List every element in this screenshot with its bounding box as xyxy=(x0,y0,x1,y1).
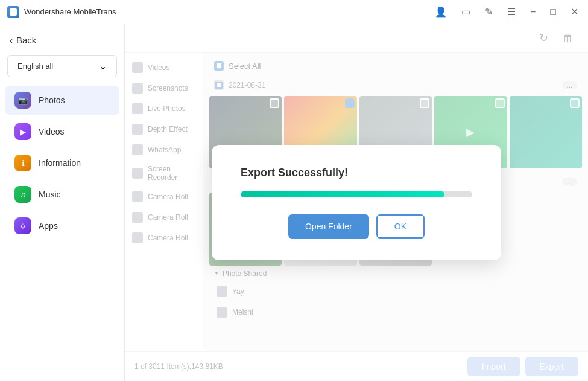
music-icon: ♫ xyxy=(14,186,31,203)
modal-title: Export Successfully! xyxy=(241,167,472,179)
progress-bar-container xyxy=(241,191,472,197)
sidebar-item-apps[interactable]: ⛭ Apps xyxy=(5,211,119,240)
export-success-modal: Export Successfully! Open Folder OK xyxy=(212,145,501,260)
progress-bar-fill xyxy=(241,191,444,197)
sidebar-item-photos[interactable]: 📷 Photos xyxy=(5,86,119,115)
language-dropdown[interactable]: English all ⌄ xyxy=(7,55,117,77)
minimize-button[interactable]: − xyxy=(528,4,538,20)
back-arrow-icon: ‹ xyxy=(10,35,13,45)
apps-icon: ⛭ xyxy=(14,217,31,234)
open-folder-button[interactable]: Open Folder xyxy=(288,214,369,239)
modal-buttons: Open Folder OK xyxy=(241,214,472,239)
menu-button[interactable]: ☰ xyxy=(505,4,518,20)
back-label: Back xyxy=(16,35,36,45)
chevron-down-icon: ⌄ xyxy=(99,60,107,72)
edit-button[interactable]: ✎ xyxy=(482,4,495,20)
title-bar: Wondershare MobileTrans 👤 ▭ ✎ ☰ − □ ✕ xyxy=(0,0,588,24)
ok-button[interactable]: OK xyxy=(376,214,425,239)
modal-overlay: Export Successfully! Open Folder OK xyxy=(125,24,588,381)
back-button[interactable]: ‹ Back xyxy=(0,30,124,50)
content-area: ↻ 🗑 Videos Screenshots Live Photos xyxy=(125,24,588,381)
title-bar-left: Wondershare MobileTrans xyxy=(7,6,116,18)
information-icon: ℹ xyxy=(14,155,31,171)
videos-label: Videos xyxy=(39,127,65,136)
information-label: Information xyxy=(39,158,81,168)
close-button[interactable]: ✕ xyxy=(568,4,581,20)
account-button[interactable]: 👤 xyxy=(432,4,449,20)
app-icon xyxy=(7,6,19,18)
sidebar-item-information[interactable]: ℹ Information xyxy=(5,149,119,178)
sidebar-item-videos[interactable]: ▶ Videos xyxy=(5,117,119,146)
bookmark-button[interactable]: ▭ xyxy=(459,4,473,20)
sidebar-item-music[interactable]: ♫ Music xyxy=(5,180,119,209)
dropdown-label: English all xyxy=(17,62,53,71)
apps-label: Apps xyxy=(39,221,58,231)
app-title: Wondershare MobileTrans xyxy=(24,7,116,16)
maximize-button[interactable]: □ xyxy=(548,4,558,20)
title-bar-right: 👤 ▭ ✎ ☰ − □ ✕ xyxy=(432,4,581,20)
sidebar: ‹ Back English all ⌄ 📷 Photos ▶ Videos ℹ… xyxy=(0,24,125,381)
videos-icon: ▶ xyxy=(14,123,31,140)
photos-icon: 📷 xyxy=(14,92,31,109)
main-layout: ‹ Back English all ⌄ 📷 Photos ▶ Videos ℹ… xyxy=(0,24,588,381)
photos-label: Photos xyxy=(39,95,65,105)
music-label: Music xyxy=(39,190,61,199)
